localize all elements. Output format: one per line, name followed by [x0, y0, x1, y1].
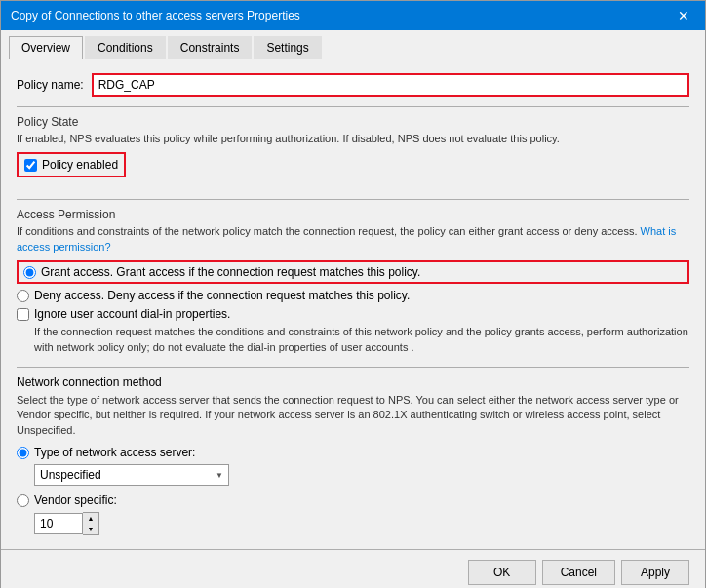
deny-access-label: Deny access. Deny access if the connecti…	[34, 289, 410, 302]
divider-3	[17, 367, 689, 368]
cancel-button[interactable]: Cancel	[542, 560, 615, 585]
tab-bar: Overview Conditions Constraints Settings	[1, 30, 705, 59]
network-connection-title: Network connection method	[17, 375, 689, 389]
network-connection-section: Network connection method Select the typ…	[17, 375, 689, 535]
type-network-row: Type of network access server:	[17, 446, 689, 459]
grant-access-row: Grant access. Grant access if the connec…	[17, 260, 689, 284]
divider-2	[17, 199, 689, 200]
access-permission-desc: If conditions and constraints of the net…	[17, 224, 689, 255]
spinner-down-button[interactable]: ▼	[83, 524, 98, 534]
spinner-buttons: ▲ ▼	[83, 512, 99, 535]
policy-state-title: Policy State	[17, 115, 689, 129]
ignore-dialin-row: Ignore user account dial-in properties.	[17, 307, 689, 321]
dropdown-wrapper: Unspecified	[34, 464, 229, 486]
tab-constraints[interactable]: Constraints	[168, 36, 253, 59]
policy-name-label: Policy name:	[17, 78, 84, 92]
policy-state-section: Policy State If enabled, NPS evaluates t…	[17, 115, 689, 187]
ignore-dialin-checkbox[interactable]	[17, 308, 29, 321]
policy-enabled-checkbox-row: Policy enabled	[17, 152, 126, 177]
dropdown-wrapper-row: Unspecified	[34, 464, 689, 486]
ok-button[interactable]: OK	[468, 560, 536, 585]
tab-overview[interactable]: Overview	[9, 36, 83, 59]
deny-access-row: Deny access. Deny access if the connecti…	[17, 289, 689, 302]
vendor-specific-radio[interactable]	[17, 494, 29, 507]
dialog: Copy of Connections to other access serv…	[0, 0, 706, 588]
network-type-dropdown[interactable]: Unspecified	[34, 464, 229, 486]
grant-access-radio[interactable]	[23, 266, 36, 279]
tab-settings[interactable]: Settings	[254, 36, 321, 59]
network-connection-desc: Select the type of network access server…	[17, 393, 689, 438]
apply-button[interactable]: Apply	[621, 560, 689, 585]
access-permission-title: Access Permission	[17, 208, 689, 221]
grant-access-label: Grant access. Grant access if the connec…	[41, 265, 420, 279]
spinner-up-button[interactable]: ▲	[83, 513, 98, 524]
policy-enabled-label: Policy enabled	[42, 158, 118, 172]
spinner-row: ▲ ▼	[34, 512, 689, 535]
divider-1	[17, 106, 689, 107]
policy-name-input[interactable]	[92, 73, 689, 97]
vendor-specific-row: Vendor specific:	[17, 493, 689, 507]
policy-enabled-checkbox[interactable]	[24, 159, 37, 172]
dialog-footer: OK Cancel Apply	[1, 549, 705, 588]
dialog-title: Copy of Connections to other access serv…	[11, 9, 300, 22]
access-permission-desc-text: If conditions and constraints of the net…	[17, 225, 638, 237]
vendor-specific-label: Vendor specific:	[34, 493, 117, 507]
vendor-spinner-input[interactable]	[34, 513, 83, 534]
dialog-content: Policy name: Policy State If enabled, NP…	[1, 59, 705, 549]
tab-conditions[interactable]: Conditions	[85, 36, 166, 59]
access-permission-section: Access Permission If conditions and cons…	[17, 208, 689, 355]
close-button[interactable]: ✕	[672, 7, 695, 24]
policy-name-row: Policy name:	[17, 73, 689, 97]
deny-access-radio[interactable]	[17, 290, 29, 302]
type-network-radio[interactable]	[17, 447, 29, 459]
type-network-label: Type of network access server:	[34, 446, 195, 459]
policy-state-desc: If enabled, NPS evaluates this policy wh…	[17, 132, 689, 146]
title-bar: Copy of Connections to other access serv…	[1, 1, 705, 30]
ignore-dialin-label: Ignore user account dial-in properties.	[34, 307, 230, 321]
ignore-dialin-desc: If the connection request matches the co…	[34, 325, 689, 355]
